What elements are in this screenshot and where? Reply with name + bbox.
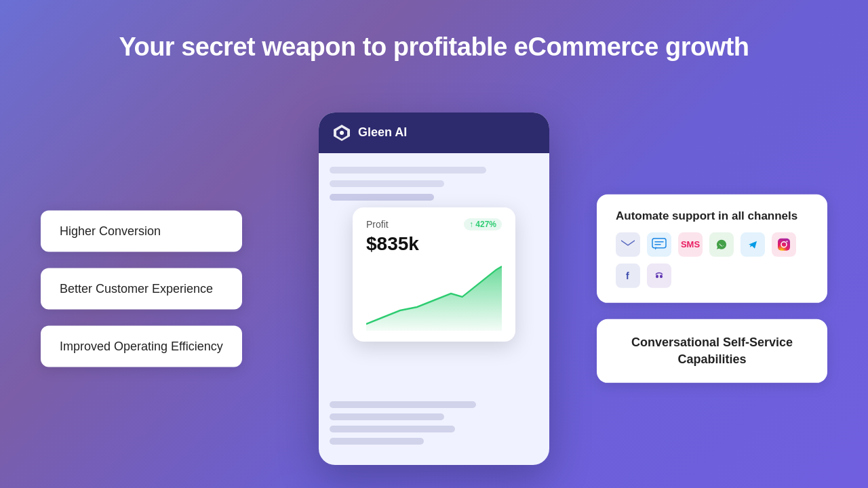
phone-header: Gleen AI (319, 113, 549, 153)
whatsapp-channel-icon (709, 232, 734, 256)
svg-rect-9 (778, 238, 790, 250)
instagram-channel-icon (772, 232, 796, 256)
svg-point-11 (787, 241, 788, 242)
svg-rect-3 (621, 239, 635, 249)
feature-pill-higher-conversion: Higher Conversion (41, 210, 242, 251)
chat-channel-icon (647, 232, 671, 256)
gleen-logo-icon (332, 123, 351, 142)
phone-bottom-skeleton (330, 394, 538, 445)
phone-body: Profit ↑ 427% $835k (319, 153, 549, 465)
skeleton-line (330, 180, 444, 187)
feature-pill-better-customer-experience: Better Customer Experience (41, 268, 242, 309)
profit-badge: ↑ 427% (464, 218, 502, 230)
svg-text:f: f (626, 270, 629, 281)
profit-chart (366, 263, 502, 331)
left-panels: Higher Conversion Better Customer Experi… (41, 210, 242, 367)
profit-label: Profit (366, 219, 389, 230)
svg-point-2 (340, 131, 344, 135)
svg-rect-4 (652, 238, 666, 247)
feature-pill-improved-operating-efficiency: Improved Operating Efficiency (41, 325, 242, 367)
profit-card: Profit ↑ 427% $835k (353, 207, 515, 342)
conversational-self-service-card: Conversational Self-Service Capabilities (597, 319, 827, 382)
skeleton-line (330, 401, 476, 408)
discord-channel-icon (647, 263, 671, 287)
svg-point-16 (660, 274, 663, 278)
channel-icons-row: SMS (616, 232, 808, 287)
phone-mockup: Gleen AI Profit ↑ 427% $835k (319, 113, 549, 465)
facebook-channel-icon: f (616, 263, 640, 287)
conversational-self-service-title: Conversational Self-Service Capabilities (631, 335, 793, 365)
main-content: Higher Conversion Better Customer Experi… (0, 89, 868, 488)
sms-channel-icon: SMS (678, 232, 703, 256)
phone-frame: Gleen AI Profit ↑ 427% $835k (319, 113, 549, 465)
skeleton-line (330, 194, 434, 201)
phone-brand: Gleen AI (358, 125, 407, 140)
skeleton-line (330, 426, 455, 432)
profit-value: $835k (366, 233, 502, 255)
svg-point-15 (656, 274, 658, 278)
automate-support-title: Automate support in all channels (616, 209, 808, 222)
skeleton-line (330, 413, 444, 420)
email-channel-icon (616, 232, 640, 256)
skeleton-line (330, 167, 486, 174)
automate-support-card: Automate support in all channels (597, 194, 827, 302)
profit-card-header: Profit ↑ 427% (366, 218, 502, 230)
skeleton-line (330, 438, 424, 445)
page-title: Your secret weapon to profitable eCommer… (119, 33, 749, 62)
telegram-channel-icon (741, 232, 765, 256)
svg-point-14 (652, 268, 666, 282)
right-panels: Automate support in all channels (597, 194, 827, 382)
